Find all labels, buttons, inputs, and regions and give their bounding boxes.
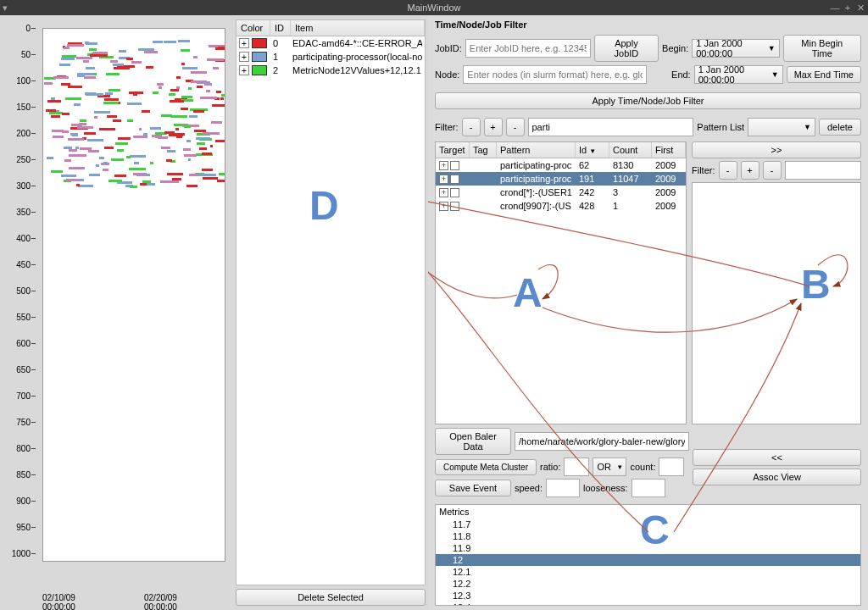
minimize-icon[interactable]: — [830, 3, 840, 13]
pattern-table[interactable]: Target Tag Pattern Id ▼ Count First + pa… [435, 141, 687, 424]
metrics-item[interactable]: 11.8 [436, 530, 860, 542]
open-baler-button[interactable]: Open Baler Data [435, 428, 511, 455]
pattern-list-combo[interactable]: ▼ [748, 118, 815, 136]
expand-icon[interactable]: + [239, 38, 249, 48]
apply-filter-button[interactable]: Apply Time/Node/Job Filter [435, 92, 861, 109]
expand-icon[interactable]: + [439, 161, 448, 170]
expand-icon[interactable]: + [239, 52, 249, 62]
pattern-delete-button[interactable]: delete [819, 119, 861, 136]
color-swatch [252, 52, 267, 62]
legend-header-id[interactable]: ID [270, 20, 291, 36]
y-tick: 100 [0, 76, 31, 86]
pattern-list-label: Pattern List [697, 122, 744, 132]
close-icon[interactable]: ✕ [855, 3, 865, 13]
metrics-item[interactable]: 12.2 [436, 578, 860, 590]
window-menu-icon[interactable]: ▾ [3, 3, 8, 14]
plot-mark [126, 156, 131, 158]
legend-header-color[interactable]: Color [236, 20, 270, 36]
row-checkbox[interactable] [450, 175, 459, 184]
table-row[interactable]: + crond[9907]:-(US 428 1 2009 [436, 199, 686, 213]
table-row[interactable]: + participating-proc 191 11047 2009 [436, 172, 686, 186]
plot-mark [47, 100, 61, 103]
plot-area[interactable] [42, 28, 225, 562]
legend-header-item[interactable]: Item [291, 20, 425, 36]
expand-icon[interactable]: + [439, 202, 448, 211]
maximize-icon[interactable]: + [843, 3, 853, 13]
legend-panel: Color ID Item + 0 EDAC-amd64-*::CE-ERROR… [233, 15, 428, 610]
or-combo[interactable]: OR▾ [593, 458, 626, 476]
legend-item-text: MetricNode12VValues+12,12.1 [292, 65, 422, 75]
metrics-item[interactable]: 12.4 [436, 602, 860, 606]
filter-b-plus[interactable]: + [741, 161, 760, 180]
filter-minus-button[interactable]: - [462, 118, 481, 136]
th-target[interactable]: Target [436, 142, 470, 158]
th-tag[interactable]: Tag [470, 142, 497, 158]
plot-mark [170, 115, 187, 118]
ratio-input[interactable] [564, 458, 589, 476]
metrics-item[interactable]: 12.3 [436, 590, 860, 602]
th-count[interactable]: Count [609, 142, 652, 158]
end-label: End: [650, 69, 691, 80]
apply-jobid-button[interactable]: Apply JobID [594, 35, 659, 62]
expand-icon[interactable]: + [439, 175, 448, 184]
metrics-item[interactable]: 11.9 [436, 542, 860, 554]
speed-input[interactable] [546, 479, 580, 497]
metrics-item[interactable]: 12.1 [436, 566, 860, 578]
pattern-list-table[interactable] [692, 182, 861, 424]
th-pattern[interactable]: Pattern [497, 142, 576, 158]
row-checkbox[interactable] [450, 202, 459, 211]
color-swatch [252, 38, 267, 48]
expand-icon[interactable]: + [239, 65, 249, 75]
filter-b-minus[interactable]: - [719, 161, 737, 180]
save-event-button[interactable]: Save Event [435, 480, 511, 496]
plot-mark [186, 140, 191, 142]
plot-mark [189, 115, 198, 118]
node-input[interactable] [463, 65, 646, 84]
legend-id: 1 [270, 52, 290, 62]
baler-path-input[interactable] [515, 432, 689, 451]
transfer-right-button[interactable]: >> [692, 141, 861, 158]
th-first[interactable]: First [652, 142, 686, 158]
looseness-label: looseness: [583, 483, 628, 493]
filter-plus-button[interactable]: + [484, 118, 503, 136]
expand-icon[interactable]: + [439, 188, 448, 197]
plot-mark [191, 80, 206, 83]
row-checkbox[interactable] [450, 161, 459, 170]
plot-mark [65, 97, 81, 100]
filter-b-clear[interactable]: - [763, 161, 782, 180]
legend-id: 0 [270, 38, 290, 48]
plot-mark [84, 132, 96, 135]
plot-mark [150, 162, 154, 164]
row-checkbox[interactable] [450, 188, 459, 197]
y-tick: 950 [0, 523, 31, 532]
plot-mark [129, 168, 146, 170]
begin-time-combo[interactable]: 1 Jan 2000 00:00:00▼ [692, 39, 779, 58]
legend-row[interactable]: + 1 participating-processor(local-node-r… [236, 50, 425, 64]
delete-selected-button[interactable]: Delete Selected [236, 589, 426, 606]
metrics-list[interactable]: Metrics 11.711.811.91212.112.212.312.4 [435, 504, 861, 606]
min-begin-button[interactable]: Min Begin Time [783, 35, 861, 62]
looseness-input[interactable] [632, 479, 665, 497]
plot-mark [161, 114, 172, 117]
transfer-left-button[interactable]: << [693, 449, 861, 466]
count-input[interactable] [659, 458, 684, 476]
compute-meta-button[interactable]: Compute Meta Cluster [435, 459, 537, 475]
plot-mark [176, 76, 181, 79]
plot-mark [80, 119, 86, 122]
assoc-view-button[interactable]: Assoc View [693, 469, 861, 485]
cell-id: 428 [576, 200, 609, 212]
table-row[interactable]: + participating-proc 62 8130 2009 [436, 158, 686, 172]
th-id[interactable]: Id ▼ [576, 142, 609, 158]
end-time-combo[interactable]: 1 Jan 2000 00:00:00▼ [694, 65, 783, 84]
plot-mark [159, 86, 162, 89]
max-end-button[interactable]: Max End Time [787, 66, 861, 83]
metrics-item[interactable]: 11.7 [436, 518, 860, 530]
metrics-item[interactable]: 12 [436, 554, 860, 566]
jobid-input[interactable] [465, 39, 591, 58]
legend-row[interactable]: + 0 EDAC-amd64-*::CE-ERROR_ADDRESS=:* [236, 36, 425, 50]
filter-b-input[interactable] [785, 161, 862, 180]
pattern-filter-input[interactable] [528, 118, 694, 136]
table-row[interactable]: + crond[*]:-(USER1 242 3 2009 [436, 186, 686, 199]
legend-row[interactable]: + 2 MetricNode12VValues+12,12.1 [236, 64, 425, 77]
filter-clear-button[interactable]: - [506, 118, 525, 136]
